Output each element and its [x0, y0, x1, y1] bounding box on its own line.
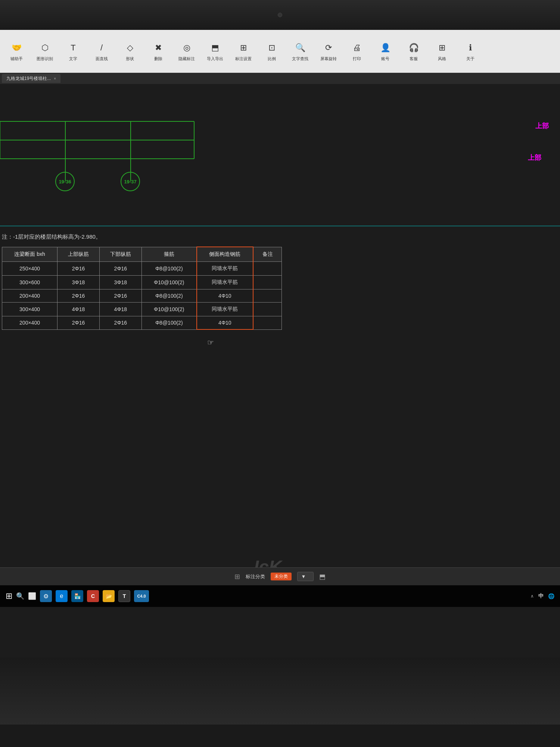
toolbar-item-account[interactable]: 👤 账号 [373, 41, 398, 62]
toolbar-item-shape-detect[interactable]: ⬡ 图形识别 [32, 41, 57, 62]
toolbar-label-about: 关于 [466, 56, 475, 62]
toolbar-item-scale[interactable]: ⊡ 比例 [259, 41, 284, 62]
structural-table: 连梁断面 bxh上部纵筋下部纵筋箍筋侧面构造钢筋备注 250×4002Φ162Φ… [2, 247, 282, 330]
toolbar-label-text: 文字 [69, 56, 77, 62]
circle-label-left: 19-36 [55, 172, 75, 191]
screen: 🤝 辅助手 ⬡ 图形识别 T 文字 / 面直线 ◇ 形状 ✖ 删除 ◎ 隐藏标注… [0, 30, 560, 657]
toolbar-item-mark-set[interactable]: ⊞ 标注设置 [231, 41, 256, 62]
table-cell-3-4: 同墙水平筋 [197, 303, 253, 316]
table-cell-4-4: 4Φ10 [197, 316, 253, 330]
toolbar-label-hide-mark: 隐藏标注 [178, 56, 195, 62]
category-dropdown[interactable]: ▼ [297, 572, 314, 581]
status-bar: ⊞ 标注分类 未分类 ▼ ⬒ [0, 567, 560, 585]
table-cell-1-3: Φ10@100(2) [141, 276, 196, 289]
right-annotation-top: 上部 [535, 121, 549, 130]
toolbar-icon-assistant: 🤝 [10, 41, 23, 55]
circle-label-right: 19-37 [121, 172, 140, 191]
toolbar-item-style[interactable]: ⊞ 风格 [429, 41, 455, 62]
toolbar-label-scale: 比例 [268, 56, 276, 62]
toolbar-label-mark-set: 标注设置 [235, 56, 252, 62]
table-cell-0-5 [253, 262, 281, 276]
table-cell-2-5 [253, 289, 281, 303]
toolbar-icon-style: ⊞ [435, 41, 449, 55]
top-bezel [0, 0, 560, 30]
start-button[interactable]: ⊞ [6, 591, 12, 601]
toolbar-icon-text: T [66, 41, 80, 55]
table-cell-4-1: 2Φ16 [57, 316, 100, 330]
tray-arrow[interactable]: ∧ [531, 593, 534, 599]
explorer-taskbar-button[interactable]: 📂 [103, 590, 115, 602]
toolbar-item-delete[interactable]: ✖ 删除 [146, 41, 171, 62]
toolbar-label-line: 面直线 [96, 56, 108, 62]
edge-taskbar-button[interactable]: e [56, 590, 68, 602]
windows-taskbar: ⊞ 🔍 ⬜ ⚙ e 🏪 C 📂 T C4.0 [0, 585, 560, 607]
table-cell-0-4: 同墙水平筋 [197, 262, 253, 276]
toolbar-label-style: 风格 [438, 56, 446, 62]
bottom-bezel [0, 657, 560, 725]
table-cell-1-0: 300×600 [2, 276, 57, 289]
table-header-2: 下部纵筋 [99, 247, 141, 262]
table-header-3: 箍筋 [141, 247, 196, 262]
active-tab[interactable]: 九格龙城19号楼墙柱... × [2, 74, 60, 83]
toolbar-icon-import-export: ⬒ [208, 41, 222, 55]
toolbar-label-screen-rotate: 屏幕旋转 [320, 56, 337, 62]
toolbar-icon-account: 👤 [379, 41, 392, 55]
table-cell-4-2: 2Φ16 [99, 316, 141, 330]
table-cell-3-1: 4Φ18 [57, 303, 100, 316]
toolbar-icon-hide-mark: ◎ [180, 41, 193, 55]
toolbar-label-assistant: 辅助手 [10, 56, 23, 62]
category-badge: 未分类 [271, 573, 292, 580]
table-cell-2-1: 2Φ16 [57, 289, 100, 303]
table-header-1: 上部纵筋 [57, 247, 100, 262]
annotation-label: 标注分类 [246, 573, 265, 580]
toolbar-icon-shape: ◇ [123, 41, 137, 55]
toolbar-item-screen-rotate[interactable]: ⟳ 屏幕旋转 [316, 41, 341, 62]
data-table-container: 连梁断面 bxh上部纵筋下部纵筋箍筋侧面构造钢筋备注 250×4002Φ162Φ… [2, 247, 282, 330]
toolbar-item-import-export[interactable]: ⬒ 导入导出 [202, 41, 228, 62]
tab-close-button[interactable]: × [54, 77, 56, 81]
tray-globe-icon[interactable]: 🌐 [548, 593, 554, 599]
table-cell-3-3: Φ10@100(2) [141, 303, 196, 316]
table-cell-2-4: 4Φ10 [197, 289, 253, 303]
export-icon[interactable]: ⬒ [319, 573, 326, 581]
toolbar-label-import-export: 导入导出 [207, 56, 223, 62]
toolbar-label-text-find: 文字查找 [292, 56, 308, 62]
toolbar-label-shape-detect: 图形识别 [37, 56, 53, 62]
toolbar-item-about[interactable]: ℹ 关于 [458, 41, 483, 62]
annotation-icon: ⊞ [234, 573, 240, 581]
store-taskbar-button[interactable]: 🏪 [71, 590, 83, 602]
toolbar-item-hide-mark[interactable]: ◎ 隐藏标注 [174, 41, 199, 62]
toolbar-item-shape[interactable]: ◇ 形状 [117, 41, 143, 62]
toolbar-label-shape: 形状 [126, 56, 134, 62]
toolbar-icon-screen-rotate: ⟳ [322, 41, 335, 55]
toolbar-item-text-find[interactable]: 🔍 文字查找 [287, 41, 313, 62]
toolbar-icon-service: 🎧 [407, 41, 420, 55]
toolbar-item-assistant[interactable]: 🤝 辅助手 [4, 41, 29, 62]
table-cell-3-0: 300×400 [2, 303, 57, 316]
toolbar-item-text[interactable]: T 文字 [60, 41, 86, 62]
drawing-note: 注：-1层对应的楼层结构标高为-2.980。 [2, 233, 101, 241]
table-cell-2-3: Φ8@100(2) [141, 289, 196, 303]
camera [278, 13, 282, 17]
table-header-5: 备注 [253, 247, 281, 262]
toolbar-icon-delete: ✖ [152, 41, 165, 55]
toolbar-item-line[interactable]: / 面直线 [89, 41, 114, 62]
table-cell-0-3: Φ8@100(2) [141, 262, 196, 276]
table-cell-2-2: 2Φ16 [99, 289, 141, 303]
toolbar-label-account: 账号 [381, 56, 389, 62]
table-cell-3-2: 4Φ18 [99, 303, 141, 316]
text-app-button[interactable]: T [118, 590, 130, 602]
toolbar-item-print[interactable]: 🖨 打印 [344, 41, 370, 62]
tab-title: 九格龙城19号楼墙柱... [6, 75, 51, 82]
table-cell-0-0: 250×400 [2, 262, 57, 276]
table-cell-4-0: 200×400 [2, 316, 57, 330]
settings-taskbar-button[interactable]: ⚙ [40, 590, 52, 602]
table-cell-0-1: 2Φ16 [57, 262, 100, 276]
toolbar-label-service: 客服 [410, 56, 418, 62]
app-c-button[interactable]: C [87, 590, 99, 602]
c40-app-button[interactable]: C4.0 [134, 590, 149, 602]
tray-language[interactable]: 中 [538, 593, 544, 599]
search-button[interactable]: 🔍 [16, 592, 24, 600]
toolbar-item-service[interactable]: 🎧 客服 [401, 41, 426, 62]
task-view-button[interactable]: ⬜ [28, 592, 36, 600]
